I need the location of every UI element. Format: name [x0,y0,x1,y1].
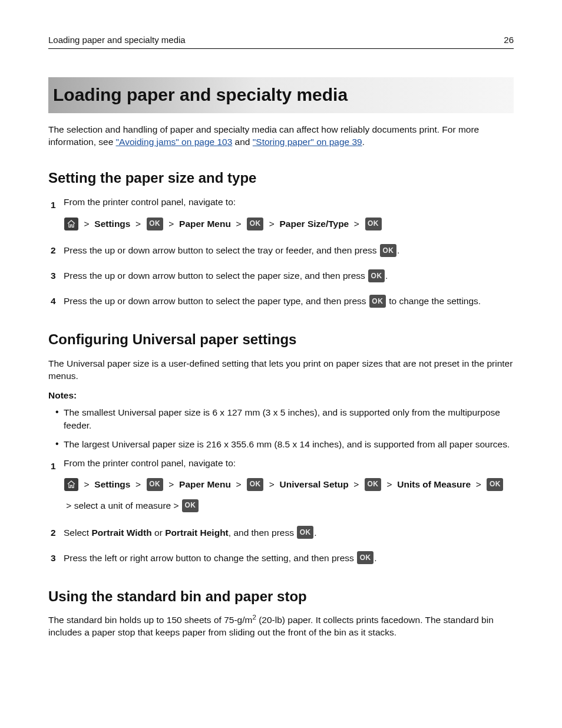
step-3-text-pre: Press the up or down arrow button to sel… [64,271,368,281]
step-2b-mid: , and then press [229,528,296,538]
separator: > [174,500,181,510]
universal-intro: The Universal paper size is a user‑defin… [48,358,514,383]
nav-settings: Settings [94,219,130,229]
intro-text-2: and [232,137,252,147]
step-4-text-pre: Press the up or down arrow button to sel… [64,296,369,306]
separator: > [233,219,244,229]
nav-paper-menu: Paper Menu [179,219,231,229]
ok-icon: OK [297,526,313,539]
step-1: From the printer control panel, navigate… [48,196,514,234]
step-2: Press the up or down arrow button to sel… [48,241,514,259]
intro-text-3: . [362,137,365,147]
ok-icon: OK [487,478,503,491]
step-1b-text: From the printer control panel, navigate… [64,457,514,470]
ok-icon: OK [147,218,163,230]
ok-icon: OK [247,218,263,230]
separator: > [267,479,277,489]
home-icon [64,218,78,230]
ok-icon: OK [182,499,199,512]
steps-list-1: From the printer control panel, navigate… [48,196,514,310]
separator: > [81,479,92,489]
step-4: Press the up or down arrow button to sel… [48,292,514,310]
nav-tail-text: select a unit of measure [74,500,174,510]
step-1b: From the printer control panel, navigate… [48,457,514,516]
ok-icon: OK [357,551,373,564]
note-2: The largest Universal paper size is 216 … [48,438,514,451]
nav-paper-menu: Paper Menu [179,479,231,489]
ok-icon: OK [380,244,396,257]
portrait-width-label: Portrait Width [91,528,151,538]
separator: > [233,479,244,489]
ok-icon: OK [147,478,163,491]
header-left: Loading paper and specialty media [48,34,186,46]
ok-icon: OK [368,269,385,282]
notes-list: The smallest Universal paper size is 6 x… [48,406,514,450]
page-title: Loading paper and specialty media [48,77,514,113]
standard-bin-paragraph: The standard bin holds up to 150 sheets … [48,614,514,639]
nav-path-1: > Settings > OK > Paper Menu > OK > Pape… [64,213,514,235]
ok-icon: OK [365,478,381,491]
notes-label: Notes: [48,390,514,402]
section-heading-standard-bin: Using the standard bin and paper stop [48,587,514,606]
separator: > [267,219,277,229]
separator: > [166,479,177,489]
separator: > [81,219,92,229]
nav-path-2: > Settings > OK > Paper Menu > OK > Univ… [64,474,514,516]
step-2-text-post: . [397,245,399,255]
portrait-height-label: Portrait Height [165,528,229,538]
avoiding-jams-link[interactable]: "Avoiding jams" on page 103 [116,137,233,147]
page: Loading paper and specialty media 26 Loa… [0,0,562,670]
step-1-text: From the printer control panel, navigate… [64,196,514,209]
separator: > [64,500,71,510]
step-2b-post: . [314,528,316,538]
step-2b-pre: Select [64,528,91,538]
separator: > [133,479,144,489]
step-2b: Select Portrait Width or Portrait Height… [48,523,514,542]
intro-paragraph: The selection and handling of paper and … [48,124,514,149]
nav-universal-setup: Universal Setup [280,479,349,489]
para-pre: The standard bin holds up to 150 sheets … [48,615,252,625]
nav-units-of-measure: Units of Measure [397,479,471,489]
step-3-text-post: . [385,271,388,281]
nav-settings: Settings [94,479,130,489]
steps-list-2: From the printer control panel, navigate… [48,457,514,567]
separator: > [133,219,144,229]
separator: > [473,479,484,489]
section-heading-universal: Configuring Universal paper settings [48,330,514,349]
ok-icon: OK [365,218,382,230]
home-icon [64,478,78,491]
separator: > [166,219,177,229]
storing-paper-link[interactable]: "Storing paper" on page 39 [253,137,362,147]
running-header: Loading paper and specialty media 26 [48,34,514,49]
separator: > [351,479,362,489]
note-1: The smallest Universal paper size is 6 x… [48,406,514,431]
step-3b: Press the left or right arrow button to … [48,549,514,567]
header-page-number: 26 [504,34,514,46]
separator: > [384,479,395,489]
step-3b-post: . [374,553,376,563]
step-3b-pre: Press the left or right arrow button to … [64,553,356,563]
ok-icon: OK [247,478,263,491]
ok-icon: OK [369,295,386,308]
separator: > [352,219,362,229]
step-2-text-pre: Press the up or down arrow button to sel… [64,245,379,255]
step-2b-or: or [152,528,165,538]
nav-paper-size-type: Paper Size/Type [280,219,349,229]
section-heading-paper-size-type: Setting the paper size and type [48,169,514,187]
step-3: Press the up or down arrow button to sel… [48,266,514,285]
step-4-text-post: to change the settings. [386,296,481,306]
